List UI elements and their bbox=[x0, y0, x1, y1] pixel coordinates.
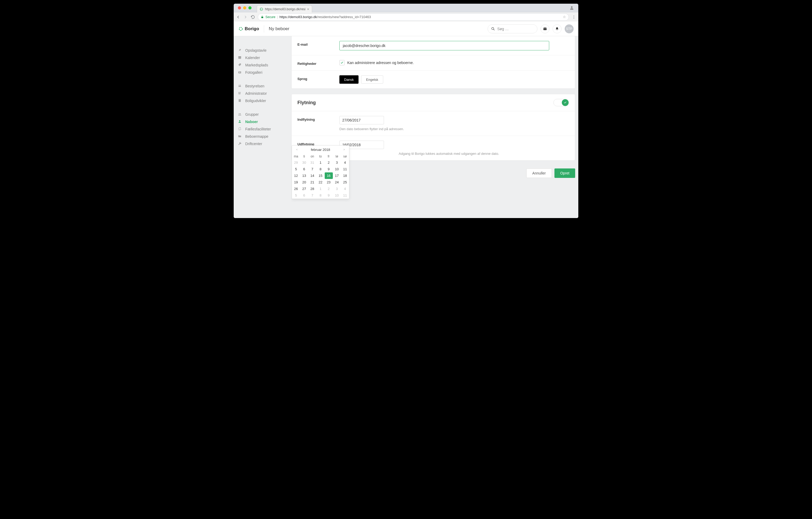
datepicker-title: februar 2018 bbox=[311, 148, 330, 152]
row-move-out: Udflytning Adgang til Borigo lukkes auto… bbox=[292, 136, 575, 160]
window-controls bbox=[236, 6, 254, 9]
sidebar-item-label: Fotogalleri bbox=[245, 70, 262, 75]
window-minimize-button[interactable] bbox=[243, 6, 246, 9]
datepicker-day[interactable]: 9 bbox=[325, 166, 333, 172]
language-option-dansk[interactable]: Dansk bbox=[339, 75, 358, 84]
notifications-button[interactable] bbox=[553, 24, 561, 33]
language-option-engelsk[interactable]: Engelsk bbox=[361, 75, 383, 84]
datepicker-day[interactable]: 28 bbox=[308, 186, 316, 192]
sidebar-item-fællesfaciliteter[interactable]: Fællesfaciliteter bbox=[234, 126, 291, 133]
datepicker-dow: on bbox=[308, 154, 316, 159]
address-bar[interactable]: Secure | https://demo83.borigo.dk/reside… bbox=[258, 13, 569, 21]
datepicker-day[interactable]: 3 bbox=[333, 186, 341, 192]
sidebar-item-label: Beboermappe bbox=[245, 134, 268, 139]
datepicker-day[interactable]: 27 bbox=[300, 186, 308, 192]
sidebar-item-administrator[interactable]: Administrator bbox=[234, 90, 291, 97]
bookmark-star-icon[interactable]: ☆ bbox=[563, 15, 566, 19]
browser-tab[interactable]: https://demo83.borigo.dk/resi × bbox=[257, 5, 312, 12]
close-icon[interactable]: × bbox=[307, 7, 309, 11]
sidebar-item-naboer[interactable]: Naboer bbox=[234, 118, 291, 126]
datepicker-day[interactable]: 5 bbox=[292, 166, 300, 172]
svg-point-4 bbox=[574, 17, 574, 17]
rights-checkbox[interactable] bbox=[339, 60, 345, 65]
brand-logo[interactable]: Borigo bbox=[238, 26, 259, 31]
datepicker-day[interactable]: 10 bbox=[333, 192, 341, 199]
search-input[interactable]: Søg … bbox=[488, 24, 538, 33]
window-maximize-button[interactable] bbox=[249, 6, 252, 9]
language-label: Sprog bbox=[297, 75, 339, 81]
datepicker-day[interactable]: 4 bbox=[341, 159, 349, 166]
rights-label: Rettigheder bbox=[297, 60, 339, 65]
datepicker-day[interactable]: 21 bbox=[308, 179, 316, 186]
datepicker-day[interactable]: 1 bbox=[316, 186, 324, 192]
sidebar-item-bestyrelsen[interactable]: Bestyrelsen bbox=[234, 82, 291, 90]
datepicker-day[interactable]: 19 bbox=[292, 179, 300, 186]
sidebar-item-markedsplads[interactable]: Markedsplads bbox=[234, 61, 291, 69]
datepicker-day[interactable]: 2 bbox=[325, 159, 333, 166]
datepicker-day[interactable]: 11 bbox=[341, 166, 349, 172]
datepicker-day[interactable]: 3 bbox=[333, 159, 341, 166]
datepicker-day[interactable]: 23 bbox=[325, 179, 333, 186]
calendar-icon bbox=[238, 56, 242, 60]
datepicker-day[interactable]: 26 bbox=[292, 186, 300, 192]
datepicker-day[interactable]: 30 bbox=[300, 159, 308, 166]
back-button[interactable] bbox=[236, 15, 240, 20]
datepicker-next[interactable] bbox=[341, 147, 347, 152]
datepicker-day[interactable]: 29 bbox=[292, 159, 300, 166]
sidebar-item-beboermappe[interactable]: Beboermappe bbox=[234, 133, 291, 140]
email-field[interactable] bbox=[339, 41, 549, 50]
sidebar-item-label: Administrator bbox=[245, 91, 267, 95]
sidebar-item-boligudvikler[interactable]: Boligudvikler bbox=[234, 97, 291, 104]
main-content: E-mail Rettigheder Kan administrere adre… bbox=[291, 36, 578, 218]
reload-button[interactable] bbox=[251, 15, 255, 20]
datepicker-day[interactable]: 7 bbox=[308, 192, 316, 199]
datepicker-day[interactable]: 12 bbox=[292, 172, 300, 179]
datepicker-day[interactable]: 24 bbox=[333, 179, 341, 186]
datepicker-day[interactable]: 20 bbox=[300, 179, 308, 186]
sidebar-item-driftcenter[interactable]: Driftcenter bbox=[234, 140, 291, 147]
sidebar-item-kalender[interactable]: Kalender bbox=[234, 54, 291, 61]
datepicker-day[interactable]: 15 bbox=[316, 172, 324, 179]
datepicker-day[interactable]: 16 bbox=[325, 172, 333, 179]
browser-profile-icon[interactable] bbox=[570, 5, 574, 10]
datepicker-day[interactable]: 1 bbox=[316, 159, 324, 166]
avatar[interactable]: STP bbox=[565, 24, 574, 33]
move-in-field[interactable] bbox=[339, 116, 384, 125]
datepicker-day[interactable]: 14 bbox=[308, 172, 316, 179]
mail-button[interactable] bbox=[541, 24, 549, 33]
datepicker-day[interactable]: 2 bbox=[325, 186, 333, 192]
menu-button[interactable] bbox=[572, 15, 576, 20]
create-button[interactable]: Opret bbox=[554, 168, 575, 178]
datepicker-day[interactable]: 7 bbox=[308, 166, 316, 172]
datepicker-day[interactable]: 5 bbox=[292, 192, 300, 199]
svg-point-6 bbox=[239, 27, 242, 30]
datepicker-day[interactable]: 6 bbox=[300, 192, 308, 199]
datepicker-day[interactable]: 31 bbox=[308, 159, 316, 166]
datepicker-day[interactable]: 18 bbox=[341, 172, 349, 179]
datepicker-prev[interactable] bbox=[294, 147, 300, 152]
sidebar-item-fotogalleri[interactable]: Fotogalleri bbox=[234, 69, 291, 76]
mail-icon bbox=[543, 27, 547, 31]
datepicker-day[interactable]: 17 bbox=[333, 172, 341, 179]
datepicker-day[interactable]: 8 bbox=[316, 192, 324, 199]
board-icon bbox=[238, 84, 242, 88]
datepicker-day[interactable]: 4 bbox=[341, 186, 349, 192]
datepicker-day[interactable]: 22 bbox=[316, 179, 324, 186]
datepicker-day[interactable]: 6 bbox=[300, 166, 308, 172]
moving-toggle[interactable] bbox=[553, 99, 569, 106]
brand-name: Borigo bbox=[245, 26, 259, 31]
cancel-button[interactable]: Annuller bbox=[526, 168, 552, 178]
datepicker-day[interactable]: 25 bbox=[341, 179, 349, 186]
sidebar-item-opslagstavle[interactable]: Opslagstavle bbox=[234, 47, 291, 54]
datepicker-day[interactable]: 9 bbox=[325, 192, 333, 199]
sidebar-item-grupper[interactable]: Grupper bbox=[234, 111, 291, 118]
svg-point-24 bbox=[239, 120, 240, 121]
app-header: Borigo Ny beboer Søg … STP bbox=[234, 22, 578, 36]
datepicker-day[interactable]: 8 bbox=[316, 166, 324, 172]
forward-button[interactable] bbox=[243, 15, 248, 20]
search-icon bbox=[491, 27, 495, 31]
window-close-button[interactable] bbox=[238, 6, 241, 9]
datepicker-day[interactable]: 11 bbox=[341, 192, 349, 199]
datepicker-day[interactable]: 13 bbox=[300, 172, 308, 179]
datepicker-day[interactable]: 10 bbox=[333, 166, 341, 172]
